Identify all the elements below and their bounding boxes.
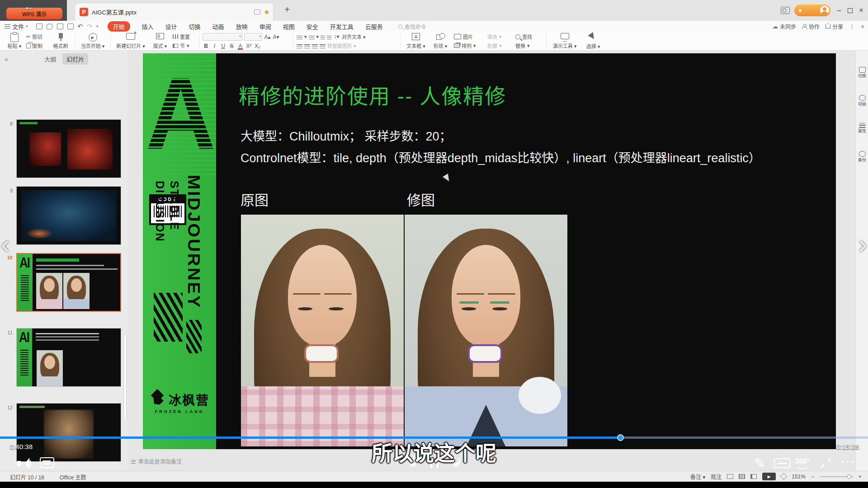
font-name-select[interactable] [203, 33, 242, 41]
zoom-slider[interactable] [820, 476, 853, 477]
sidebar-item-animation[interactable]: 动画 [856, 95, 868, 106]
superscript-button[interactable]: X² [245, 43, 252, 49]
slide-thumbnail-11[interactable]: AI [16, 328, 121, 387]
picture-button[interactable]: 图片 [454, 33, 476, 40]
new-slide-button[interactable]: 新建幻灯片 ▾ [113, 33, 148, 49]
section-button[interactable]: 节 ▾ [173, 42, 190, 49]
collapse-panel-button[interactable]: « [5, 55, 8, 63]
wps-app-badge[interactable]: WPS 演示 [6, 8, 62, 19]
player-back-button[interactable]: ← [24, 1, 34, 12]
slide-sorter-icon[interactable] [739, 474, 745, 479]
textbox-button[interactable]: A 文本框 ▾ [404, 33, 428, 49]
tab-animation[interactable]: 动画 [212, 22, 224, 31]
sync-status-button[interactable]: ☁ 未同步 [772, 23, 796, 30]
select-button[interactable]: 选择 ▾ [583, 33, 603, 49]
align-text-button[interactable]: 对齐文本 ▾ [342, 33, 366, 40]
slide-thumbnail-9[interactable] [16, 186, 121, 245]
window-layout-icon[interactable] [781, 7, 790, 14]
normal-view-icon[interactable] [727, 474, 733, 479]
minimize-button[interactable]: – [835, 6, 843, 14]
tab-review[interactable]: 审阅 [259, 22, 271, 31]
tab-slides[interactable]: 幻灯片 [62, 53, 88, 65]
more-menu-button[interactable]: ⋮ [849, 23, 855, 30]
find-button[interactable]: 查找 [515, 33, 532, 40]
paste-button[interactable]: 粘贴 ▾ [5, 33, 24, 49]
tab-cloud[interactable]: 云服务 [365, 22, 383, 31]
copy-button[interactable]: 复制 [26, 42, 42, 49]
sidebar-item-properties[interactable]: 属性 [856, 123, 868, 133]
underline-button[interactable]: U [220, 43, 226, 49]
print-icon[interactable] [57, 23, 63, 29]
tab-insert[interactable]: 插入 [142, 22, 154, 31]
close-button[interactable]: × [857, 6, 865, 14]
prev-slide-chevron[interactable]: ‹ [1, 231, 9, 257]
cut-button[interactable]: ✂ 剪切 [26, 33, 42, 40]
zoom-knob[interactable] [847, 474, 851, 479]
sidebar-item-transition[interactable]: 切换 [856, 67, 868, 78]
font-color-button[interactable]: A [237, 43, 244, 49]
tab-security[interactable]: 安全 [307, 22, 318, 31]
collapse-ribbon-button[interactable]: ∧ [861, 23, 864, 29]
command-search[interactable]: 查找命令 [398, 23, 426, 30]
shapes-button[interactable]: 形状 ▾ [430, 33, 450, 49]
bold-button[interactable]: B [203, 43, 209, 49]
present-tools-button[interactable]: 演示工具 ▾ [550, 33, 580, 49]
slide-layout-button[interactable]: 版式 ▾ [150, 33, 170, 49]
outline-button[interactable]: 轮廓 ▾ [487, 42, 502, 49]
fill-button[interactable]: 填充 ▾ [487, 33, 502, 40]
italic-button[interactable]: I [211, 43, 218, 49]
align-right-icon[interactable] [312, 43, 318, 48]
next-slide-chevron[interactable]: › [859, 231, 867, 257]
format-painter-button[interactable]: 格式刷 [50, 33, 71, 49]
arrange-button[interactable]: 排列 ▾ [454, 42, 476, 49]
zoom-in-button[interactable]: + [859, 474, 862, 480]
undo-button[interactable]: ↶ [78, 23, 83, 30]
tab-devtools[interactable]: 开发工具 [330, 22, 354, 31]
zoom-out-button[interactable]: − [811, 474, 814, 480]
notes-button[interactable]: 备注 ▾ [690, 473, 705, 480]
replace-button[interactable]: 替换 ▾ [515, 42, 532, 49]
number-list-icon[interactable] [309, 34, 315, 39]
subscript-button[interactable]: X₂ [254, 43, 261, 49]
slideshow-play-button[interactable]: ▶ [762, 473, 776, 480]
fit-slide-icon[interactable] [780, 473, 788, 480]
share-button[interactable]: 分享 [826, 23, 843, 30]
member-badge[interactable]: ★ [794, 5, 830, 16]
chevron-down-icon[interactable]: ▾ [96, 24, 99, 28]
align-justify-icon[interactable] [320, 43, 326, 48]
align-left-icon[interactable] [297, 43, 302, 48]
bullet-list-icon[interactable] [297, 34, 302, 39]
preview-icon[interactable] [67, 23, 74, 29]
redo-button[interactable]: ↷ [87, 23, 92, 30]
sidebar-item-backup[interactable]: 备份 [856, 151, 868, 162]
tab-home[interactable]: 开始 [108, 21, 130, 32]
reading-view-icon[interactable] [750, 474, 757, 479]
save-icon[interactable] [36, 23, 42, 29]
new-tab-button[interactable]: + [281, 5, 293, 15]
panel-scrollbar[interactable] [123, 334, 127, 420]
reset-button[interactable]: 重置 [173, 33, 190, 40]
slide-thumbnail-10-selected[interactable]: AI [16, 253, 121, 312]
decrease-font-button[interactable]: A▾ [273, 34, 279, 40]
increase-font-button[interactable]: A▴ [264, 34, 271, 40]
tab-transition[interactable]: 切换 [189, 22, 201, 31]
slide-thumbnail-8[interactable] [16, 119, 121, 178]
font-size-select[interactable] [244, 33, 262, 41]
file-menu-button[interactable]: 文件 ▾ [0, 22, 32, 31]
document-tab[interactable]: P AIGC第五课.pptx [75, 3, 274, 21]
smart-graphic-button[interactable]: 转智能图形 ▾ [327, 42, 356, 49]
collaborate-button[interactable]: 协作 [802, 23, 820, 30]
align-center-icon[interactable] [304, 43, 310, 48]
slide-canvas[interactable]: AI CODE MIDJOURNEY STABLEDIFUSION 冰枫营 FR… [143, 53, 836, 449]
indent-decrease-icon[interactable] [321, 34, 325, 39]
tab-outline[interactable]: 大纲 [44, 55, 56, 63]
tab-view[interactable]: 视图 [283, 22, 295, 31]
strikethrough-button[interactable]: S [228, 43, 235, 49]
restore-button[interactable] [848, 8, 853, 13]
tab-slideshow[interactable]: 放映 [236, 22, 248, 31]
line-spacing-button[interactable]: ↕▾ [333, 33, 340, 40]
tab-design[interactable]: 设计 [165, 22, 177, 31]
comments-button[interactable]: 批注 [711, 473, 722, 480]
play-from-page-button[interactable]: ▶ 当页开始 ▾ [78, 33, 108, 49]
output-icon[interactable] [47, 23, 53, 29]
